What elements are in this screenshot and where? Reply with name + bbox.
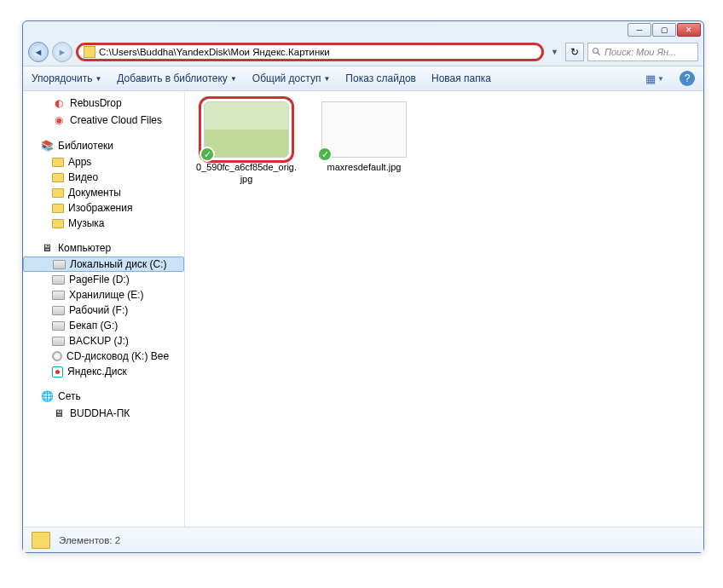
folder-icon	[52, 158, 64, 167]
folder-icon	[52, 188, 64, 198]
computer-icon: 🖥	[52, 406, 66, 420]
body: ◐RebusDrop ◉Creative Cloud Files 📚Библио…	[23, 91, 703, 527]
libraries-icon: 📚	[40, 139, 54, 153]
search-placeholder: Поиск: Мои Ян...	[604, 47, 676, 57]
sidebar-item-music[interactable]: Музыка	[23, 216, 184, 231]
drive-icon	[52, 306, 65, 315]
sidebar-header-computer[interactable]: 🖥Компьютер	[23, 239, 184, 257]
sidebar-item-video[interactable]: Видео	[23, 170, 184, 185]
sidebar-item-network-pc[interactable]: 🖥BUDDHA-ПК	[23, 405, 184, 422]
svg-point-0	[593, 49, 599, 54]
drive-icon	[52, 291, 65, 300]
folder-icon	[84, 46, 95, 58]
drive-icon	[52, 337, 65, 346]
folder-icon	[52, 173, 64, 182]
sidebar-item-drive-j[interactable]: BACKUP (J:)	[23, 333, 184, 349]
close-button[interactable]: ✕	[677, 23, 701, 37]
sidebar-item-apps[interactable]: Apps	[23, 154, 184, 170]
command-bar: Упорядочить▼ Добавить в библиотеку▼ Общи…	[23, 66, 703, 91]
file-name: maxresdefault.jpg	[313, 161, 415, 173]
refresh-button[interactable]: ↻	[565, 43, 584, 61]
titlebar[interactable]: ─ ▢ ✕	[23, 21, 703, 38]
include-library-menu[interactable]: Добавить в библиотеку▼	[117, 72, 236, 84]
minimize-button[interactable]: ─	[628, 23, 651, 37]
sync-badge-icon: ✓	[317, 147, 333, 162]
thumbnail-icon: ✓	[321, 101, 407, 158]
sidebar-header-network[interactable]: 🌐Сеть	[23, 388, 184, 405]
sidebar-header-libraries[interactable]: 📚Библиотеки	[23, 137, 184, 154]
help-button[interactable]: ?	[680, 71, 695, 86]
folder-icon	[32, 532, 50, 549]
search-icon	[592, 47, 602, 57]
drive-icon	[52, 321, 65, 331]
sidebar-item-drive-c[interactable]: Локальный диск (C:)	[23, 257, 184, 272]
address-history-dropdown[interactable]: ▼	[547, 48, 562, 56]
sync-badge-icon: ✓	[200, 147, 215, 162]
organize-menu[interactable]: Упорядочить▼	[32, 72, 101, 84]
computer-icon: 🖥	[40, 241, 54, 255]
view-options-button[interactable]: ▦ ▼	[645, 69, 664, 88]
file-list[interactable]: ✓ 0_590fc_a6cf85de_orig.jpg ✓ maxresdefa…	[185, 91, 703, 527]
sidebar-item-drive-e[interactable]: Хранилище (E:)	[23, 287, 184, 303]
new-folder-button[interactable]: Новая папка	[431, 72, 491, 84]
cd-icon	[52, 351, 62, 361]
address-input[interactable]	[99, 47, 536, 57]
drive-icon	[52, 275, 65, 285]
file-item[interactable]: ✓ maxresdefault.jpg	[313, 101, 415, 186]
file-item[interactable]: ✓ 0_590fc_a6cf85de_orig.jpg	[195, 101, 298, 186]
sidebar-item-drive-g[interactable]: Бекап (G:)	[23, 318, 184, 333]
back-button[interactable]: ◄	[28, 42, 49, 62]
sidebar-item-drive-d[interactable]: PageFile (D:)	[23, 272, 184, 287]
explorer-window: ─ ▢ ✕ ◄ ► ▼ ↻ Поиск: Мои Ян... Упорядочи…	[22, 20, 704, 553]
svg-line-1	[598, 53, 600, 55]
drive-icon	[53, 260, 66, 269]
nav-bar: ◄ ► ▼ ↻ Поиск: Мои Ян...	[23, 38, 703, 66]
sidebar-item-pictures[interactable]: Изображения	[23, 200, 184, 216]
sidebar-item-rebusdrop[interactable]: ◐RebusDrop	[23, 95, 184, 112]
share-menu[interactable]: Общий доступ▼	[252, 72, 331, 84]
address-bar[interactable]	[76, 43, 544, 61]
search-box[interactable]: Поиск: Мои Ян...	[587, 43, 698, 61]
sidebar-item-drive-f[interactable]: Рабочий (F:)	[23, 303, 184, 318]
maximize-button[interactable]: ▢	[652, 23, 676, 37]
thumbnail-icon: ✓	[204, 101, 289, 158]
forward-button[interactable]: ►	[52, 42, 72, 62]
navigation-pane[interactable]: ◐RebusDrop ◉Creative Cloud Files 📚Библио…	[23, 91, 185, 527]
file-name: 0_590fc_a6cf85de_orig.jpg	[195, 161, 298, 186]
sidebar-item-creative-cloud[interactable]: ◉Creative Cloud Files	[23, 112, 184, 129]
sidebar-item-cd-k[interactable]: CD-дисковод (K:) Bee	[23, 349, 184, 364]
sidebar-item-yandex-disk[interactable]: Яндекс.Диск	[23, 364, 184, 379]
app-icon: ◐	[52, 96, 66, 110]
sidebar-item-documents[interactable]: Документы	[23, 185, 184, 200]
status-bar: Элементов: 2	[23, 527, 703, 552]
network-icon: 🌐	[40, 389, 54, 403]
folder-icon	[52, 219, 64, 228]
cloud-icon: ◉	[52, 113, 66, 127]
slideshow-button[interactable]: Показ слайдов	[345, 72, 416, 84]
folder-icon	[52, 204, 64, 213]
item-count: Элементов: 2	[59, 535, 120, 545]
yandex-disk-icon	[52, 366, 63, 378]
